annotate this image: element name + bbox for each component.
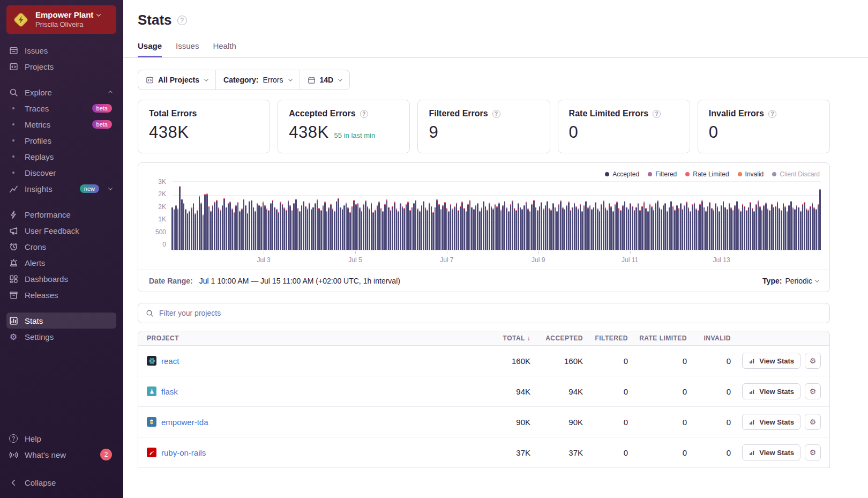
card-help-icon[interactable]: ? — [360, 110, 368, 118]
chart-bar — [456, 203, 458, 250]
chart-bar — [738, 209, 740, 250]
chart-bar — [670, 201, 672, 250]
sidebar-item-stats[interactable]: Stats — [6, 313, 116, 329]
tab-health[interactable]: Health — [213, 41, 236, 57]
sidebar-item-issues[interactable]: Issues — [6, 42, 116, 58]
column-filtered[interactable]: FILTERED — [583, 335, 628, 342]
chart-bar — [193, 203, 194, 250]
date-range-dropdown[interactable]: 14D — [300, 70, 350, 90]
chart-bar — [174, 209, 175, 250]
chart-bar — [555, 207, 556, 250]
table-header-row: PROJECT TOTAL ↓ ACCEPTED FILTERED RATE L… — [138, 331, 829, 346]
chart-bar — [204, 194, 206, 250]
chart-type-dropdown[interactable]: Type: Periodic — [762, 277, 819, 285]
sidebar-item-alerts[interactable]: Alerts — [6, 255, 116, 271]
column-total[interactable]: TOTAL ↓ — [475, 335, 530, 342]
chart-bar — [293, 203, 295, 250]
chart-bar — [514, 208, 515, 250]
legend-accepted[interactable]: Accepted — [605, 170, 639, 178]
sidebar-item-help[interactable]: ? Help — [6, 430, 116, 447]
chart-bar — [466, 211, 467, 250]
chart-bar — [272, 200, 274, 250]
view-stats-button[interactable]: View Stats — [742, 414, 800, 430]
chart-bar — [235, 205, 237, 250]
chart-bar — [692, 204, 693, 250]
legend-dot — [772, 172, 776, 176]
cell-invalid: 0 — [687, 387, 731, 396]
date-range-label: Date Range: — [149, 277, 193, 285]
cell-accepted: 94K — [530, 387, 583, 396]
sidebar-item-performance[interactable]: Performance — [6, 206, 116, 222]
sidebar-item-discover[interactable]: • Discover — [6, 165, 116, 181]
chevron-down-icon — [815, 278, 819, 282]
project-settings-button[interactable]: ⚙ — [805, 383, 821, 399]
legend-filtered[interactable]: Filtered — [648, 170, 677, 178]
project-link[interactable]: ruby-on-rails — [161, 448, 206, 457]
chart-bar — [734, 205, 736, 250]
chart-bar — [638, 203, 639, 250]
sidebar-item-metrics[interactable]: • Metrics beta — [6, 116, 116, 132]
sidebar-item-traces[interactable]: • Traces beta — [6, 100, 116, 116]
chart-bar — [346, 203, 347, 250]
chart-bar — [454, 206, 455, 250]
project-settings-button[interactable]: ⚙ — [805, 444, 821, 460]
chart-bar — [208, 206, 210, 250]
sidebar-nav: Issues Projects Explore • Traces beta • … — [6, 42, 116, 345]
legend-dot — [685, 172, 690, 176]
cell-accepted: 90K — [530, 418, 583, 427]
project-filter-dropdown[interactable]: All Projects — [138, 70, 215, 90]
view-stats-button[interactable]: View Stats — [742, 383, 800, 399]
sidebar-item-explore[interactable]: Explore — [6, 84, 116, 100]
org-switcher[interactable]: Empower Plant Priscila Oliveira — [6, 5, 116, 34]
chart-bar — [340, 207, 341, 250]
sidebar-item-projects[interactable]: Projects — [6, 58, 116, 75]
legend-client-discard[interactable]: Client Discard — [772, 170, 820, 178]
legend-rate-limited[interactable]: Rate Limited — [685, 170, 729, 178]
project-link[interactable]: flask — [161, 387, 178, 396]
chart-bar — [653, 210, 655, 250]
sidebar-item-user-feedback[interactable]: User Feedback — [6, 222, 116, 239]
project-settings-button[interactable]: ⚙ — [805, 414, 821, 430]
chart-bar — [678, 208, 680, 250]
legend-invalid[interactable]: Invalid — [738, 170, 764, 178]
sidebar-item-label: Discover — [25, 168, 56, 177]
dashboards-icon — [9, 274, 18, 284]
project-filter-input[interactable] — [159, 309, 822, 317]
chart-legend: Accepted Filtered Rate Limited Invalid C… — [147, 170, 821, 178]
card-rate-limited-errors: Rate Limited Errors? 0 — [558, 100, 690, 153]
card-help-icon[interactable]: ? — [653, 110, 661, 118]
category-filter-dropdown[interactable]: Category: Errors — [215, 70, 299, 90]
card-help-icon[interactable]: ? — [768, 110, 776, 118]
chart-bar — [758, 200, 759, 250]
chart-bar — [487, 210, 488, 250]
page-help-icon[interactable]: ? — [177, 16, 187, 25]
chart-bar — [800, 211, 802, 250]
view-stats-button[interactable]: View Stats — [742, 353, 800, 369]
sidebar-item-crons[interactable]: Crons — [6, 239, 116, 255]
chart-bar — [755, 204, 757, 250]
tab-issues[interactable]: Issues — [176, 41, 199, 57]
view-stats-button[interactable]: View Stats — [742, 444, 800, 460]
sidebar-item-settings[interactable]: ⚙ Settings — [6, 329, 116, 345]
column-rate-limited[interactable]: RATE LIMITED — [628, 335, 687, 342]
sidebar-item-releases[interactable]: Releases — [6, 287, 116, 303]
chevron-down-icon — [288, 77, 292, 81]
card-help-icon[interactable]: ? — [492, 110, 500, 118]
chart-bar — [788, 205, 790, 250]
sidebar-item-insights[interactable]: Insights new — [6, 181, 116, 197]
cell-filtered: 0 — [583, 387, 628, 396]
column-invalid[interactable]: INVALID — [687, 335, 731, 342]
sidebar-collapse-button[interactable]: Collapse — [6, 474, 116, 490]
sidebar-item-replays[interactable]: • Replays — [6, 148, 116, 165]
sidebar-item-whats-new[interactable]: What's new 2 — [6, 447, 116, 463]
sidebar-item-dashboards[interactable]: Dashboards — [6, 271, 116, 287]
chart-bar — [343, 205, 345, 250]
new-badge: new — [80, 184, 99, 193]
project-settings-button[interactable]: ⚙ — [805, 353, 821, 369]
sidebar-item-profiles[interactable]: • Profiles — [6, 132, 116, 148]
column-project[interactable]: PROJECT — [147, 335, 475, 342]
project-link[interactable]: react — [161, 356, 179, 366]
project-link[interactable]: empower-tda — [161, 418, 208, 427]
column-accepted[interactable]: ACCEPTED — [530, 335, 583, 342]
tab-usage[interactable]: Usage — [138, 41, 162, 57]
